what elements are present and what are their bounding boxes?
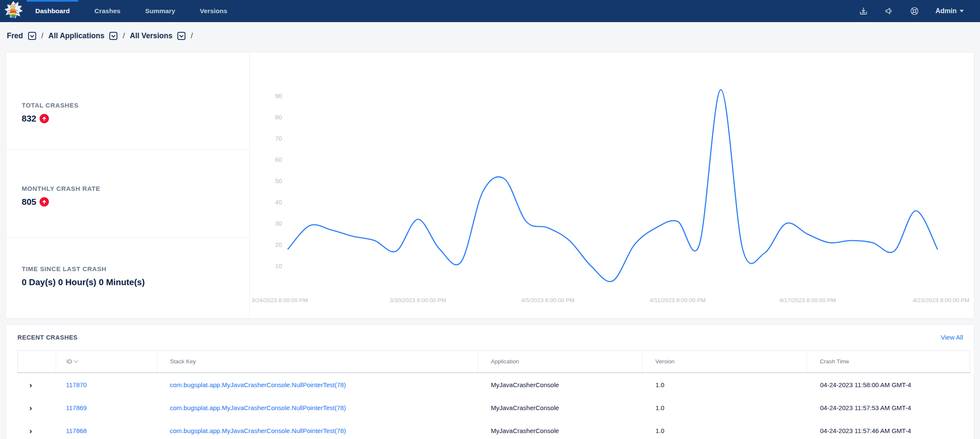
x-axis-tick-label: 4/17/2023 8:00:00 PM: [779, 297, 836, 303]
x-axis-tick-label: 4/5/2023 8:00:00 PM: [521, 297, 574, 303]
id-column-header[interactable]: ID: [56, 351, 157, 372]
application-cell: MyJavaCrasherConsole: [478, 404, 643, 411]
stack-key-link[interactable]: com.bugsplat.app.MyJavaCrasherConsole.Nu…: [170, 381, 346, 388]
breadcrumb: Fred / All Applications / All Versions /: [7, 31, 193, 40]
admin-user-label: Admin: [935, 7, 957, 15]
trend-up-badge: [40, 197, 49, 207]
chevron-down-icon: [960, 10, 964, 12]
column-label: Version: [655, 358, 675, 365]
crash-time-column-header[interactable]: Crash Time: [807, 351, 970, 372]
view-all-link[interactable]: View All: [941, 334, 963, 341]
expand-column-header: [18, 351, 56, 372]
y-axis-tick-label: 30: [275, 220, 282, 227]
admin-user-menu[interactable]: Admin: [935, 7, 964, 15]
x-axis-tick-label: 4/11/2023 8:00:00 PM: [650, 297, 706, 303]
column-label: Application: [491, 358, 519, 365]
column-label: ID: [66, 358, 72, 365]
recent-crashes-card: RECENT CRASHES View All ID Stack Key App…: [6, 324, 974, 439]
y-axis-tick-label: 20: [275, 241, 282, 248]
crash-id-link[interactable]: 117868: [66, 427, 87, 434]
version-cell: 1.0: [643, 427, 807, 434]
breadcrumb-applications[interactable]: All Applications: [48, 31, 105, 40]
stack-key-link[interactable]: com.bugsplat.app.MyJavaCrasherConsole.Nu…: [170, 404, 346, 411]
y-axis-tick-label: 60: [275, 156, 282, 163]
database-dropdown-button[interactable]: [28, 32, 36, 40]
trend-up-badge: [40, 114, 49, 123]
crash-trend-line: [288, 90, 937, 282]
tab-crashes-label: Crashes: [94, 7, 120, 15]
crash-time-cell: 04-24-2023 11:58:00 AM GMT-4: [807, 381, 970, 388]
stat-label: MONTHLY CRASH RATE: [22, 185, 100, 192]
stack-key-column-header[interactable]: Stack Key: [157, 351, 478, 372]
breadcrumb-separator: /: [122, 31, 125, 40]
y-axis-tick-label: 40: [275, 199, 282, 206]
table-row: › 117870 com.bugsplat.app.MyJavaCrasherC…: [17, 373, 970, 396]
breadcrumb-database[interactable]: Fred: [7, 31, 23, 40]
tab-dashboard-label: Dashboard: [35, 7, 70, 15]
primary-nav: Dashboard Crashes Summary Versions: [27, 0, 243, 22]
tab-summary[interactable]: Summary: [137, 0, 184, 22]
stat-value: 832: [22, 113, 36, 124]
x-axis-tick-label: 4/23/2023 8:00:00 PM: [913, 297, 969, 303]
stat-label: TOTAL CRASHES: [22, 102, 79, 109]
y-axis-tick-label: 50: [275, 178, 282, 184]
stat-monthly-crash-rate: MONTHLY CRASH RATE 805: [22, 185, 100, 207]
top-navbar: Dashboard Crashes Summary Versions Admin: [0, 0, 980, 22]
stat-time-since-last-crash: TIME SINCE LAST CRASH 0 Day(s) 0 Hour(s)…: [22, 265, 145, 287]
breadcrumb-versions[interactable]: All Versions: [130, 31, 172, 40]
table-row: › 117868 com.bugsplat.app.MyJavaCrasherC…: [17, 419, 970, 439]
crash-id-link[interactable]: 117870: [66, 381, 87, 388]
x-axis-tick-label: 3/30/2023 8:00:00 PM: [390, 297, 446, 303]
expand-row-icon[interactable]: ›: [29, 381, 32, 389]
application-column-header[interactable]: Application: [478, 351, 643, 372]
stack-key-link[interactable]: com.bugsplat.app.MyJavaCrasherConsole.Nu…: [170, 427, 346, 434]
y-axis-tick-label: 10: [275, 263, 282, 269]
application-cell: MyJavaCrasherConsole: [478, 427, 643, 434]
version-cell: 1.0: [643, 404, 807, 411]
chevron-down-icon: [179, 33, 184, 37]
tab-summary-label: Summary: [145, 7, 175, 15]
help-lifebuoy-icon[interactable]: [910, 6, 919, 16]
breadcrumb-separator: /: [41, 31, 43, 40]
version-cell: 1.0: [643, 381, 807, 388]
navbar-actions: Admin: [859, 0, 964, 22]
breadcrumb-separator: /: [191, 31, 193, 40]
divider: [6, 237, 250, 238]
x-axis-tick-label: 3/24/2023 8:00:00 PM: [251, 297, 308, 303]
table-row: › 117869 com.bugsplat.app.MyJavaCrasherC…: [17, 396, 970, 419]
recent-crashes-title: RECENT CRASHES: [17, 334, 78, 341]
table-header-row: ID Stack Key Application Version Crash T…: [17, 350, 970, 373]
crash-id-link[interactable]: 117869: [66, 404, 87, 411]
application-cell: MyJavaCrasherConsole: [478, 381, 643, 388]
chevron-down-icon: [111, 33, 116, 37]
download-icon[interactable]: [859, 6, 868, 16]
y-axis-tick-label: 90: [275, 93, 282, 99]
expand-row-icon[interactable]: ›: [29, 404, 32, 412]
stat-value: 805: [22, 197, 36, 207]
stat-value: 0 Day(s) 0 Hour(s) 0 Minute(s): [22, 277, 145, 287]
stat-label: TIME SINCE LAST CRASH: [22, 265, 145, 272]
tab-crashes[interactable]: Crashes: [86, 0, 129, 22]
column-label: Stack Key: [170, 358, 196, 365]
megaphone-icon[interactable]: [884, 6, 894, 16]
versions-dropdown-button[interactable]: [177, 32, 185, 40]
crash-trend-chart: 9080706050403020103/24/2023 8:00:00 PM3/…: [251, 52, 974, 319]
crash-time-cell: 04-24-2023 11:57:46 AM GMT-4: [807, 427, 970, 434]
crash-time-cell: 04-24-2023 11:57:53 AM GMT-4: [807, 404, 970, 411]
expand-row-icon[interactable]: ›: [29, 427, 32, 435]
y-axis-tick-label: 80: [275, 114, 282, 121]
tab-versions-label: Versions: [200, 7, 228, 15]
tab-dashboard[interactable]: Dashboard: [27, 0, 78, 22]
dashboard-summary-card: TOTAL CRASHES 832 MONTHLY CRASH RATE 805…: [6, 52, 974, 319]
stat-total-crashes: TOTAL CRASHES 832: [22, 102, 79, 124]
stats-column: TOTAL CRASHES 832 MONTHLY CRASH RATE 805…: [6, 52, 250, 319]
recent-crashes-table: ID Stack Key Application Version Crash T…: [17, 350, 970, 439]
filter-bar: Fred / All Applications / All Versions /…: [0, 22, 980, 52]
tab-versions[interactable]: Versions: [191, 0, 236, 22]
version-column-header[interactable]: Version: [643, 351, 807, 372]
crashes-per-day-chart: 9080706050403020103/24/2023 8:00:00 PM3/…: [251, 52, 974, 319]
divider: [6, 149, 250, 150]
sort-descending-icon: [74, 359, 78, 363]
bugsplat-logo[interactable]: [3, 1, 23, 21]
applications-dropdown-button[interactable]: [109, 32, 117, 40]
